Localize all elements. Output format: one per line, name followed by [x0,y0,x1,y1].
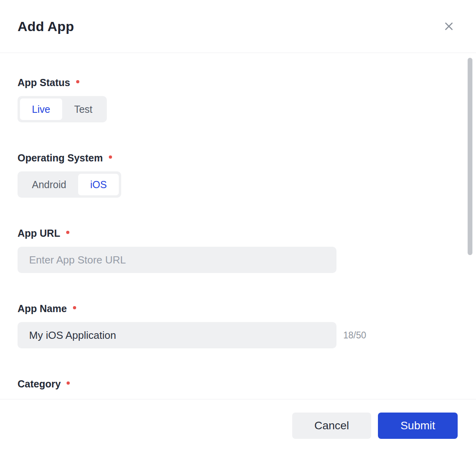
close-icon [443,20,455,32]
field-category: Category [18,378,458,398]
modal-body: App Status Live Test Operating System An… [0,53,476,398]
app-url-label: App URL [18,227,60,239]
app-status-option-live[interactable]: Live [20,98,62,120]
app-status-option-test[interactable]: Test [62,98,104,120]
os-option-ios[interactable]: iOS [78,174,119,195]
field-label-row: App Status [18,77,458,88]
field-label-row: Category [18,378,458,390]
field-app-url: App URL [18,227,458,273]
field-app-status: App Status Live Test [18,77,458,122]
add-app-modal: Add App App Status Live Test [0,0,476,452]
char-counter: 18/50 [343,330,366,341]
app-name-label: App Name [18,303,67,314]
required-indicator [66,231,69,234]
field-label-row: App Name [18,303,458,314]
modal-footer: Cancel Submit [0,399,476,452]
cancel-button[interactable]: Cancel [292,413,371,439]
category-label: Category [18,378,61,390]
submit-button[interactable]: Submit [378,413,458,439]
required-indicator [109,155,112,159]
required-indicator [67,381,70,385]
modal-header: Add App [0,0,476,53]
required-indicator [73,306,76,309]
os-option-android[interactable]: Android [20,174,78,195]
app-name-input[interactable] [18,322,336,348]
operating-system-toggle: Android iOS [18,171,121,198]
field-app-name: App Name 18/50 [18,303,458,348]
app-status-toggle: Live Test [18,96,107,122]
field-label-row: App URL [18,227,458,239]
close-button[interactable] [438,15,460,37]
app-status-label: App Status [18,77,70,88]
modal-title: Add App [18,19,74,34]
scrollbar[interactable] [468,58,472,255]
field-operating-system: Operating System Android iOS [18,152,458,198]
app-url-input[interactable] [18,247,336,273]
field-label-row: Operating System [18,152,458,164]
required-indicator [76,80,79,83]
operating-system-label: Operating System [18,152,103,164]
input-row: 18/50 [18,322,458,348]
input-row [18,247,458,273]
